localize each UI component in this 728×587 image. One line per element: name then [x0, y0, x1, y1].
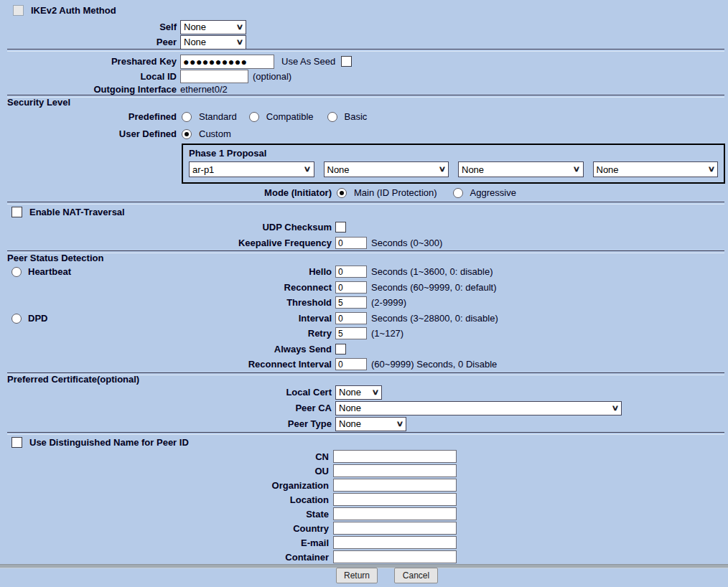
reconnect-note: Seconds (60~9999, 0: default)	[371, 282, 497, 293]
phase1-proposal-heading: Phase 1 Proposal	[189, 148, 718, 159]
local-cert-row: Local Cert None ∨	[0, 385, 382, 400]
section-divider	[7, 49, 724, 52]
interval-value: 0	[338, 314, 343, 324]
reconnect-row: Reconnect 0 Seconds (60~9999, 0: default…	[0, 280, 497, 295]
mode-main-radio[interactable]	[337, 188, 347, 198]
peer-ca-select[interactable]: None ∨	[335, 401, 622, 415]
user-defined-custom-radio[interactable]	[182, 129, 192, 139]
cn-input[interactable]	[333, 450, 457, 463]
chevron-down-icon: ∨	[439, 164, 447, 174]
chevron-down-icon: ∨	[708, 164, 716, 174]
udp-checksum-label: UDP Checksum	[0, 222, 332, 233]
use-distinguished-name-checkbox[interactable]	[11, 437, 22, 448]
interval-note: Seconds (3~28800, 0: disable)	[371, 313, 498, 324]
ou-input[interactable]	[333, 464, 457, 477]
predefined-standard-radio[interactable]	[182, 112, 192, 122]
hello-row: Heartbeat Hello 0 Seconds (1~3600, 0: di…	[0, 264, 728, 279]
ike-gateway-advanced-form: IKEv2 Auth Method Self None ∨ Peer None …	[0, 0, 728, 587]
ou-row: OU	[0, 464, 457, 477]
container-input[interactable]	[333, 550, 457, 563]
predefined-compatible-radio[interactable]	[249, 112, 259, 122]
heartbeat-radio[interactable]	[11, 267, 22, 277]
interval-label: Interval	[0, 313, 332, 324]
peer-status-detection-heading: Peer Status Detection	[7, 253, 103, 264]
threshold-note: (2-9999)	[371, 297, 406, 308]
chevron-down-icon: ∨	[612, 403, 620, 413]
cancel-button[interactable]: Cancel	[394, 568, 438, 583]
always-send-checkbox[interactable]	[335, 344, 346, 354]
state-label: State	[0, 509, 329, 520]
threshold-label: Threshold	[0, 297, 332, 308]
predefined-standard-label: Standard	[199, 111, 237, 122]
local-id-input[interactable]	[180, 70, 248, 83]
peer-type-select[interactable]: None ∨	[335, 417, 406, 431]
always-send-row: Always Send	[0, 342, 346, 357]
local-id-note: (optional)	[253, 71, 291, 82]
predefined-basic-label: Basic	[345, 111, 368, 122]
reconnect-interval-row: Reconnect Interval 0 (60~9999) Seconds, …	[0, 357, 497, 372]
dpd-radio[interactable]	[11, 314, 22, 324]
reconnect-interval-value: 0	[338, 360, 343, 370]
interval-row: DPD Interval 0 Seconds (3~28800, 0: disa…	[0, 311, 728, 326]
email-input[interactable]	[333, 536, 457, 549]
section-divider	[7, 95, 724, 98]
interval-input[interactable]: 0	[335, 312, 367, 324]
peer-ca-label: Peer CA	[0, 403, 332, 413]
local-cert-select-value: None	[339, 387, 361, 398]
mode-aggressive-radio[interactable]	[453, 188, 463, 198]
local-id-row: Local ID (optional)	[0, 69, 291, 84]
phase1-select-4-value: None	[597, 164, 619, 175]
keepalive-frequency-input[interactable]: 0	[335, 237, 367, 249]
use-as-seed-checkbox[interactable]	[341, 56, 352, 67]
phase1-select-2[interactable]: None ∨	[324, 161, 449, 177]
reconnect-interval-note: (60~9999) Seconds, 0 Disable	[371, 359, 497, 370]
email-row: E-mail	[0, 536, 457, 549]
preshared-key-input[interactable]: ●●●●●●●●●●	[180, 55, 274, 69]
hello-input[interactable]: 0	[335, 266, 367, 278]
phase1-select-3[interactable]: None ∨	[458, 161, 584, 177]
security-level-heading: Security Level	[7, 97, 70, 108]
reconnect-input[interactable]: 0	[335, 281, 367, 294]
local-cert-select[interactable]: None ∨	[335, 385, 382, 400]
phase1-proposal-selects: ar-p1 ∨ None ∨ None ∨ None ∨	[189, 161, 718, 177]
phase1-select-1[interactable]: ar-p1 ∨	[189, 161, 314, 177]
ikev2-auth-method-checkbox[interactable]	[13, 5, 24, 16]
user-defined-custom-label: Custom	[199, 128, 231, 139]
threshold-input[interactable]: 5	[335, 296, 367, 309]
outgoing-interface-row: Outgoing Interface ethernet0/2	[0, 83, 228, 95]
location-input[interactable]	[333, 493, 457, 506]
predefined-basic-radio[interactable]	[327, 112, 337, 122]
predefined-label: Predefined	[0, 111, 177, 122]
country-input[interactable]	[333, 522, 457, 535]
organization-input[interactable]	[333, 479, 457, 492]
mode-aggressive-label: Aggressive	[470, 187, 516, 198]
return-button[interactable]: Return	[336, 568, 378, 583]
phase1-select-2-value: None	[327, 164, 350, 175]
cn-label: CN	[0, 451, 329, 462]
ikev2-auth-method-label: IKEv2 Auth Method	[31, 5, 116, 16]
hello-value: 0	[338, 267, 343, 277]
udp-checksum-checkbox[interactable]	[335, 222, 346, 233]
state-input[interactable]	[333, 507, 457, 520]
phase1-proposal-box: Phase 1 Proposal ar-p1 ∨ None ∨ None ∨ N…	[182, 144, 725, 184]
user-defined-label: User Defined	[0, 128, 177, 139]
enable-nat-traversal-checkbox[interactable]	[11, 207, 22, 217]
threshold-row: Threshold 5 (2-9999)	[0, 295, 406, 310]
always-send-label: Always Send	[0, 344, 332, 354]
container-label: Container	[0, 552, 329, 563]
peer-select[interactable]: None ∨	[180, 35, 246, 50]
outgoing-interface-label: Outgoing Interface	[0, 84, 177, 95]
action-buttons-row: Return Cancel	[336, 568, 438, 583]
reconnect-interval-input[interactable]: 0	[335, 358, 367, 370]
peer-type-select-value: None	[339, 418, 361, 429]
hello-note: Seconds (1~3600, 0: disable)	[371, 266, 493, 277]
chevron-down-icon: ∨	[236, 22, 244, 32]
preferred-certificate-heading: Preferred Certificate(optional)	[7, 374, 139, 385]
organization-row: Organization	[0, 479, 457, 492]
self-select[interactable]: None ∨	[180, 20, 246, 34]
retry-input[interactable]: 5	[335, 327, 367, 339]
peer-type-label: Peer Type	[0, 418, 332, 429]
use-as-seed-label: Use As Seed	[281, 56, 335, 67]
phase1-select-4[interactable]: None ∨	[593, 161, 719, 177]
outgoing-interface-value: ethernet0/2	[180, 84, 228, 95]
